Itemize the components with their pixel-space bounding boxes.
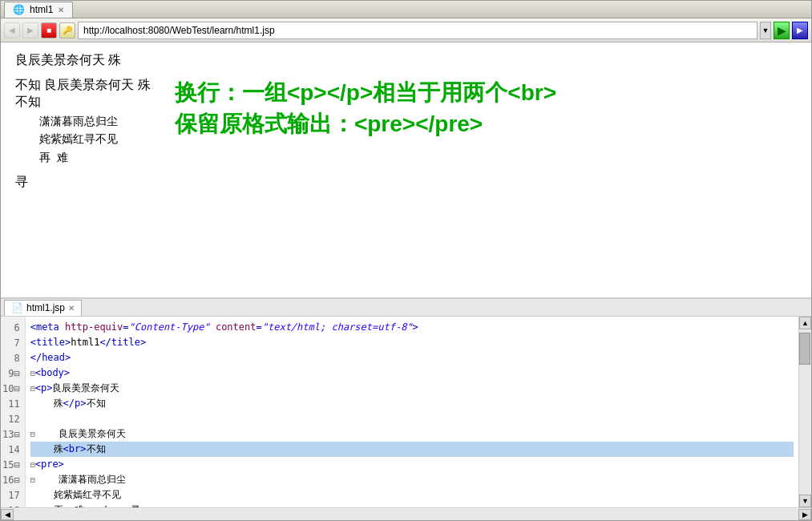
code-line-16: ⊟ 潇潇暮雨总归尘 [30, 472, 794, 487]
line-num-17: 17 [1, 487, 25, 503]
extension-button[interactable]: ▶ [792, 22, 808, 39]
scroll-thumb-v[interactable] [799, 333, 810, 365]
preview-p2-lines: 不知 良辰美景奈何天 殊 不知 [15, 77, 151, 111]
preview-pre-content: 潇潇暮雨总归尘 姹紫嫣红寻不见 再 难 [15, 112, 151, 166]
code-line-17: 姹紫嫣红寻不见 [30, 487, 794, 503]
line-num-15: 15⊟ [1, 457, 25, 472]
back-icon: ◀ [9, 26, 15, 34]
stop-button[interactable]: ■ [41, 22, 57, 38]
preview-line1: 良辰美景奈何天 殊 [15, 52, 797, 69]
tab-icon: 🌐 [13, 4, 25, 15]
pre-line2: 姹紫嫣红寻不见 [39, 130, 151, 147]
cert-button[interactable]: 🔑 [59, 22, 75, 38]
scroll-right-button[interactable]: ▶ [798, 509, 811, 520]
extension-icon: ▶ [797, 26, 803, 34]
preview-left-col: 不知 良辰美景奈何天 殊 不知 潇潇暮雨总归尘 姹紫嫣红寻不见 再 难 寻 [15, 77, 151, 191]
line-num-10: 10⊟ [1, 381, 25, 396]
go-icon: ▶ [778, 24, 786, 37]
line-num-6: 6 [1, 320, 25, 335]
toolbar: ◀ ▶ ■ 🔑 ▼ ▶ ▶ [1, 18, 811, 42]
browser-tab[interactable]: 🌐 html1 ✕ [4, 2, 73, 18]
url-dropdown-button[interactable]: ▼ [760, 22, 771, 39]
code-line-9: ⊟<body> [30, 366, 794, 381]
scroll-left-button[interactable]: ◀ [1, 509, 14, 520]
code-line-14: 殊<br>不知 [30, 442, 794, 457]
dropdown-icon: ▼ [762, 26, 770, 34]
code-editor[interactable]: <meta http-equiv="Content-Type" content=… [26, 317, 798, 507]
code-line-12 [30, 411, 794, 426]
line-num-7: 7 [1, 335, 25, 350]
preview-section: 不知 良辰美景奈何天 殊 不知 潇潇暮雨总归尘 姹紫嫣红寻不见 再 难 寻 换行… [15, 77, 797, 191]
preview-line2a: 不知 良辰美景奈何天 殊 [15, 77, 151, 94]
line-num-13: 13⊟ [1, 426, 25, 442]
code-line-8: </head> [30, 350, 794, 366]
preview-line2b: 不知 [15, 94, 151, 111]
cert-icon: 🔑 [63, 26, 72, 34]
editor-tab-close[interactable]: ✕ [68, 304, 75, 313]
line-num-12: 12 [1, 411, 25, 426]
editor-tab-label: html1.jsp [26, 302, 65, 313]
annotation-line1: 换行：一组<p></p>相当于用两个<br> [175, 77, 797, 108]
tab-label: html1 [30, 4, 53, 15]
stop-icon: ■ [46, 26, 51, 34]
browser-window: 🌐 html1 ✕ ◀ ▶ ■ 🔑 ▼ ▶ ▶ 良辰美 [0, 0, 812, 521]
tag-meta: <meta [30, 320, 65, 335]
line-num-14: 14 [1, 442, 25, 457]
scroll-track-v[interactable] [799, 329, 811, 495]
code-line-7: <title>html1</title> [30, 335, 794, 350]
editor-file-icon: 📄 [11, 302, 23, 313]
editor-pane: 📄 html1.jsp ✕ 6 7 8 9⊟ 10⊟ 11 12 13⊟ 14 [1, 299, 811, 520]
pre-line3: 再 难 [39, 148, 151, 166]
code-line-6: <meta http-equiv="Content-Type" content=… [30, 320, 794, 335]
go-button[interactable]: ▶ [774, 22, 790, 39]
annotation-block: 换行：一组<p></p>相当于用两个<br> 保留原格式输出：<pre></pr… [175, 77, 797, 191]
scroll-track-h[interactable] [14, 509, 798, 520]
vertical-scrollbar[interactable]: ▲ ▼ [798, 317, 811, 507]
code-line-18: 再 难 </pre>寻 [30, 503, 794, 507]
scroll-up-button[interactable]: ▲ [799, 317, 811, 329]
code-line-10: ⊟<p>良辰美景奈何天 [30, 381, 794, 396]
code-line-13: ⊟ 良辰美景奈何天 [30, 426, 794, 442]
back-button[interactable]: ◀ [4, 22, 20, 38]
line-num-8: 8 [1, 350, 25, 366]
preview-pane: 良辰美景奈何天 殊 不知 良辰美景奈何天 殊 不知 潇潇暮雨总归尘 姹紫嫣红寻不… [1, 42, 811, 299]
scroll-down-button[interactable]: ▼ [799, 495, 811, 507]
forward-icon: ▶ [27, 26, 34, 34]
content-area: 良辰美景奈何天 殊 不知 良辰美景奈何天 殊 不知 潇潇暮雨总归尘 姹紫嫣红寻不… [1, 42, 811, 520]
code-line-11: 殊</p>不知 [30, 396, 794, 411]
pre-line1: 潇潇暮雨总归尘 [39, 112, 151, 130]
horizontal-scrollbar[interactable]: ◀ ▶ [1, 507, 811, 520]
editor-tab-bar: 📄 html1.jsp ✕ [1, 299, 811, 317]
line-numbers: 6 7 8 9⊟ 10⊟ 11 12 13⊟ 14 15⊟ 16⊟ 17 18 [1, 317, 26, 507]
line-num-9: 9⊟ [1, 366, 25, 381]
editor-tab[interactable]: 📄 html1.jsp ✕ [4, 300, 82, 316]
title-bar: 🌐 html1 ✕ [1, 1, 811, 18]
url-input[interactable] [78, 22, 757, 39]
tab-close-button[interactable]: ✕ [58, 6, 64, 14]
line-num-16: 16⊟ [1, 472, 25, 487]
forward-button[interactable]: ▶ [22, 22, 38, 38]
line-num-11: 11 [1, 396, 25, 411]
annotation-line2: 保留原格式输出：<pre></pre> [175, 108, 797, 139]
code-line-15: ⊟<pre> [30, 457, 794, 472]
preview-seek: 寻 [15, 174, 151, 191]
editor-content-area: 6 7 8 9⊟ 10⊟ 11 12 13⊟ 14 15⊟ 16⊟ 17 18 [1, 317, 811, 507]
